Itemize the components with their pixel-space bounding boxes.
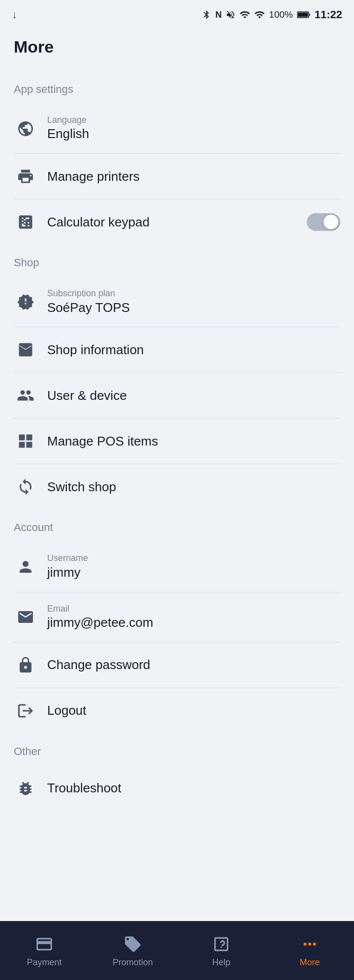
calculator-icon <box>14 210 37 234</box>
menu-item-logout[interactable]: Logout <box>0 688 354 733</box>
switch-icon <box>14 475 37 499</box>
nfc-icon: N <box>215 10 222 20</box>
manage-pos-items-text: Manage POS items <box>47 434 340 449</box>
section-account: Account <box>0 509 354 542</box>
menu-item-switch-shop[interactable]: Switch shop <box>0 464 354 509</box>
toggle-thumb <box>324 215 338 229</box>
shop-information-text: Shop information <box>47 342 340 358</box>
section-app-settings: App settings <box>0 71 354 104</box>
status-time: 11:22 <box>315 8 342 21</box>
payment-tab-label: Payment <box>27 957 61 968</box>
tab-item-payment[interactable]: Payment <box>0 934 88 968</box>
email-text: Email jimmy@petee.com <box>47 603 340 631</box>
printer-icon <box>14 165 37 188</box>
tab-item-promotion[interactable]: Promotion <box>88 934 177 968</box>
menu-item-manage-pos-items[interactable]: Manage POS items <box>0 419 354 464</box>
email-icon <box>14 605 37 629</box>
bug-icon <box>14 777 37 800</box>
promotion-tab-label: Promotion <box>113 957 153 968</box>
status-bar-right: N 100% 11:22 <box>202 8 342 21</box>
download-icon: ↓ <box>12 8 17 21</box>
menu-item-troubleshoot[interactable]: Troubleshoot <box>0 766 354 811</box>
menu-item-language[interactable]: Language English <box>0 104 354 153</box>
toggle-track <box>307 213 340 231</box>
menu-item-user-device[interactable]: User & device <box>0 373 354 418</box>
troubleshoot-text: Troubleshoot <box>47 781 340 796</box>
page-title: More <box>0 29 354 71</box>
status-bar-left: ↓ <box>12 8 17 21</box>
logout-text: Logout <box>47 703 340 718</box>
payment-tab-icon <box>34 934 55 954</box>
change-password-text: Change password <box>47 657 340 672</box>
menu-item-change-password[interactable]: Change password <box>0 643 354 688</box>
battery-label: 100% <box>269 9 293 20</box>
calculator-keypad-text: Calculator keypad <box>47 215 307 230</box>
grid-icon <box>14 429 37 453</box>
more-tab-label: More <box>299 957 320 968</box>
menu-item-manage-printers[interactable]: Manage printers <box>0 154 354 199</box>
svg-rect-1 <box>297 13 308 17</box>
users-icon <box>14 384 37 407</box>
menu-item-subscription-plan[interactable]: Subscription plan SoéPay TOPS <box>0 277 354 327</box>
section-shop: Shop <box>0 245 354 277</box>
menu-item-calculator-keypad[interactable]: Calculator keypad <box>0 199 354 245</box>
lock-icon <box>14 653 37 677</box>
globe-icon <box>14 117 37 140</box>
subscription-plan-text: Subscription plan SoéPay TOPS <box>47 288 340 316</box>
user-device-text: User & device <box>47 388 340 403</box>
mute-icon <box>226 10 236 20</box>
battery-icon <box>297 10 311 19</box>
menu-item-shop-information[interactable]: Shop information <box>0 327 354 372</box>
shop-icon <box>14 338 37 362</box>
menu-item-email[interactable]: Email jimmy@petee.com <box>0 592 354 642</box>
help-tab-icon <box>211 934 232 954</box>
language-text: Language English <box>47 114 340 142</box>
tab-item-help[interactable]: Help <box>177 934 266 968</box>
status-bar: ↓ N 100% 11:22 <box>0 0 354 29</box>
person-icon <box>14 555 37 579</box>
username-text: Username jimmy <box>47 553 340 581</box>
switch-shop-text: Switch shop <box>47 479 340 495</box>
signal-icon <box>254 9 265 20</box>
bluetooth-icon <box>202 10 211 20</box>
badge-icon <box>14 290 37 314</box>
wifi-icon <box>239 9 250 20</box>
menu-item-username[interactable]: Username jimmy <box>0 542 354 591</box>
logout-icon <box>14 699 37 723</box>
tab-item-more[interactable]: More <box>266 934 354 968</box>
tab-bar: Payment Promotion Help More <box>0 921 354 980</box>
scroll-content: App settings Language English Manage pri… <box>0 71 354 870</box>
help-tab-label: Help <box>212 957 230 968</box>
calculator-toggle[interactable] <box>307 213 340 231</box>
manage-printers-text: Manage printers <box>47 169 340 184</box>
more-tab-icon <box>299 934 320 954</box>
section-other: Other <box>0 733 354 766</box>
promotion-tab-icon <box>122 934 143 954</box>
